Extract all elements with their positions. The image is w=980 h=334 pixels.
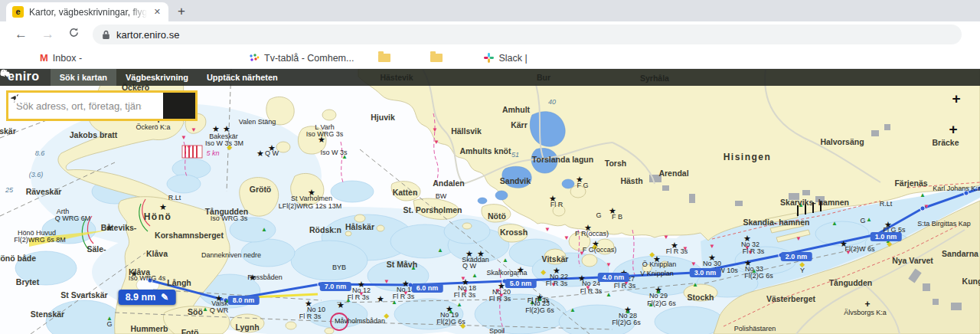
route-distance-badge[interactable]: 4.0 nm [598,273,629,282]
map-label: Fl R [550,201,564,208]
bookmark-inbox[interactable]: M Inbox - [40,52,82,64]
map-label: Q WRG 6M [55,214,91,222]
distance-label: 5.0 nm [510,280,532,287]
bookmarks-bar: M Inbox - Tv-tablå - Comhem... [0,47,980,69]
map-label: G [596,211,601,219]
buoy-icon: ▲ [831,221,838,227]
url-text: kartor.eniro.se [116,29,179,41]
map-label: Fl R 3s [580,287,603,295]
buoy-icon: ▲ [456,302,462,308]
map-label: Skandia- hamnen [743,218,810,227]
route-distance-badge[interactable]: 6.0 nm [412,283,443,293]
map-label: Q W [462,262,476,270]
new-tab-button[interactable]: + [178,4,185,19]
slack-icon [484,53,494,63]
bookmark-folder-2[interactable] [430,54,447,62]
map-label: Torslanda lagun [532,155,593,164]
bookmark-folder-1[interactable] [378,54,395,62]
buoy-icon: ▼ [181,135,187,141]
map-label: F B [612,213,622,221]
map-label: Hönö både [0,254,36,263]
map-label: Dannekniven nedre [201,251,261,259]
edit-route-icon[interactable]: ✎ [161,292,168,303]
distance-label: 3.0 nm [694,269,717,277]
map-label: Fl R 3s [666,247,688,255]
map-label: Fl R 3s [743,247,765,255]
beacon-icon: ★ [212,125,220,133]
map-label: Skarviks- hamnen [780,198,849,207]
route-distance-badge[interactable]: 3.0 nm [690,268,721,277]
map-label: Iso W 3s 3M [205,139,243,147]
tab-vagbeskrivning[interactable]: Vägbeskrivning [116,69,198,86]
buoy-icon: ▼ [564,235,570,241]
map-label: Bräcke [932,138,959,147]
map-label: Spoil [489,327,505,334]
map-label: 8.6 [35,149,45,157]
distance-label: 7.0 nm [325,283,347,290]
map-label: Arendal [658,169,688,178]
map-label: Q WR [210,306,229,314]
search-button[interactable] [163,93,195,119]
map-label: Västerberget [766,294,815,303]
tab-sok-i-kartan[interactable]: Sök i kartan [51,69,116,86]
map-label: Iso W 3s [320,149,347,156]
eniro-favicon-icon: e [12,6,24,18]
buoy-icon: ▼ [186,145,192,151]
map-label: 51 [511,151,519,159]
tab-strip: e Kartor, vägbeskrivningar, flygfoto ✕ + [0,0,980,21]
route-distance-badge[interactable]: 7.0 nm [320,282,351,291]
map-label: Fl(2)G 6s [647,300,676,307]
tab-upptack-narheten[interactable]: Upptäck närheten [198,69,287,86]
route-distance-badge[interactable]: 5.0 nm [505,279,537,288]
map-label: St. Porsholmen [403,205,462,214]
buoy-icon: ▲ [472,273,478,279]
search-input[interactable] [16,100,142,112]
map-canvas[interactable]: HästevikBurSyrhålaskärJakobs brattÖckerö… [0,69,980,334]
chart-cross-icon: + [949,122,957,136]
buoy-icon: ▼ [795,236,802,242]
map-label: Torsh [605,159,626,168]
back-button[interactable]: ← [15,27,28,42]
bookmark-tv-tabla[interactable]: Tv-tablå - Comhem... [249,53,354,64]
browser-window: e Kartor, vägbeskrivningar, flygfoto ✕ +… [0,0,980,334]
buoy-icon: ▲ [692,282,698,288]
buoy-icon: ▼ [460,276,466,282]
eniro-logo[interactable]: eniro [8,70,40,84]
map-label: Jakobs bratt [70,130,117,139]
route-distance-badge[interactable]: 2.0 nm [781,252,812,261]
route-distance-badge[interactable]: 8.0 nm [228,296,260,305]
my-location-button[interactable] [142,93,163,119]
map-label: Hjuvik [371,113,395,122]
map-label: Färjenäs [894,178,927,188]
gmail-icon: M [40,52,48,64]
map-label: Karl Johans K:a [933,185,980,192]
map-label: Halvorsäng [820,137,864,146]
buoy-icon: ▼ [923,204,929,210]
map-label: Rossbåden [247,273,283,281]
folder-icon [378,54,390,62]
address-bar[interactable]: kartor.eniro.se [93,25,962,44]
forward-button[interactable]: → [41,27,54,42]
map-label: 5 kn [206,149,219,157]
buoy-icon: ▲ [570,307,576,313]
map-label: Valen Stäng [239,118,276,126]
map-label: Fl R 3s [348,293,370,301]
map-label: Måvholmsbådan [335,317,385,325]
map-label: Fl R 3s [489,295,511,303]
map-label: Båteviks- [101,223,137,232]
distance-label: 4.0 nm [603,273,625,281]
route-distance-badge[interactable]: 1.0 nm [871,232,902,241]
beacon-icon: ★ [377,295,384,303]
map-label: Skalkorgarna [486,269,527,277]
reload-button[interactable] [68,27,80,42]
map-label: Stenskär [31,309,64,319]
distance-label: 6.0 nm [416,284,439,292]
map-label: Långh [167,278,191,287]
buoy-icon: ▲ [391,300,397,306]
browser-tab[interactable]: e Kartor, vägbeskrivningar, flygfoto ✕ [6,2,168,21]
tab-close-icon[interactable]: ✕ [152,7,162,17]
bookmark-slack[interactable]: Slack | [484,53,527,64]
route-total-badge[interactable]: 8.9 nm✎ [119,290,176,305]
map-label: R.Lt [168,194,181,201]
map-label: Säle- [87,244,106,254]
